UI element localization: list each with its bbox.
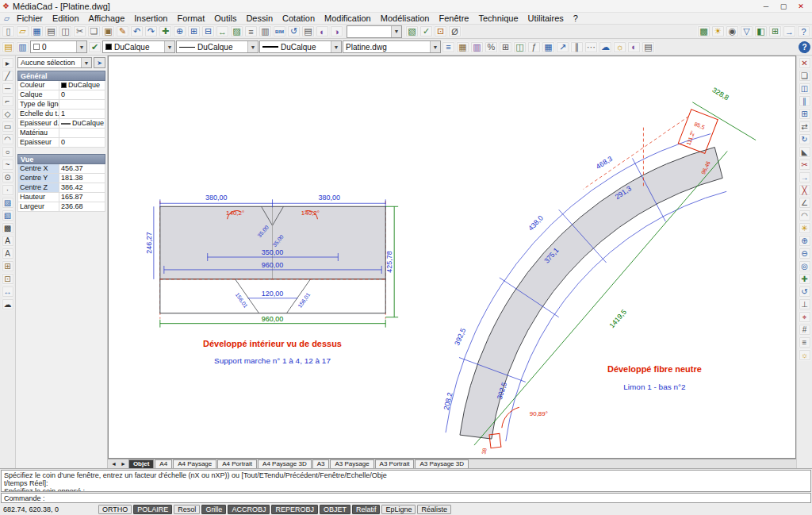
distance-icon[interactable]: ↔ bbox=[216, 25, 229, 37]
chevron-down-icon[interactable]: ▼ bbox=[430, 41, 440, 52]
toggle-objet[interactable]: OBJET bbox=[320, 505, 350, 514]
gradient-icon[interactable]: ▧ bbox=[2, 209, 14, 221]
pan-icon[interactable]: ✚ bbox=[159, 25, 172, 37]
help-icon[interactable]: ? bbox=[799, 41, 810, 53]
command-input[interactable]: Commande : bbox=[1, 493, 811, 503]
zoom-out-icon[interactable]: ⊖ bbox=[799, 248, 811, 259]
rectangle-icon[interactable]: ▭ bbox=[2, 121, 14, 133]
construction-line-icon[interactable]: ─ bbox=[2, 83, 14, 94]
trim-icon[interactable]: ✂ bbox=[799, 159, 811, 171]
sun-properties-icon[interactable]: ☼ bbox=[613, 41, 626, 53]
list-icon[interactable]: ≡ bbox=[244, 25, 258, 37]
minimize-button[interactable]: ─ bbox=[757, 1, 775, 12]
zoom-realtime-icon[interactable]: ⊕ bbox=[173, 25, 186, 37]
polyline-icon[interactable]: ⌐ bbox=[2, 95, 14, 107]
cut-icon[interactable]: ✂ bbox=[73, 25, 86, 37]
render-settings-icon[interactable]: ◐ bbox=[627, 41, 641, 53]
scale-icon[interactable]: ◣ bbox=[799, 146, 811, 158]
tab-a4-portrait[interactable]: A4 Portrait bbox=[217, 459, 257, 468]
circle-icon[interactable]: ○ bbox=[2, 146, 14, 158]
select-icon[interactable]: ▸ bbox=[2, 57, 14, 69]
selection-select[interactable]: Aucune sélection ▼ bbox=[17, 57, 92, 68]
block-editor-icon[interactable]: ⊡ bbox=[434, 25, 447, 37]
menu-item[interactable]: Modification bbox=[320, 13, 376, 23]
command-alias-select[interactable]: ▼ bbox=[347, 25, 402, 38]
sheet-set-icon[interactable]: ▧ bbox=[405, 25, 419, 37]
chevron-down-icon[interactable]: ▼ bbox=[81, 58, 91, 67]
osnap-icon[interactable]: ⌖ bbox=[799, 311, 811, 323]
tab-a4-paysage-3d[interactable]: A4 Paysage 3D bbox=[258, 459, 312, 468]
drawing-canvas[interactable]: 380,00 380,00 140,2° 140,2° 35,00 35,00 … bbox=[109, 56, 795, 458]
make-block-icon[interactable]: ⊡ bbox=[2, 273, 14, 285]
close-button[interactable]: ✕ bbox=[792, 1, 810, 12]
cloud-icon[interactable]: ☁ bbox=[2, 298, 14, 310]
views-icon[interactable]: ▤ bbox=[301, 25, 315, 37]
export-icon[interactable]: → bbox=[783, 25, 796, 37]
open-file-icon[interactable]: ▱ bbox=[16, 25, 29, 37]
menu-item[interactable]: Technique bbox=[473, 13, 523, 23]
toggle-epligne[interactable]: EpLigne bbox=[381, 505, 416, 514]
paste-icon[interactable]: ▣ bbox=[102, 25, 115, 37]
table-icon[interactable]: ▦ bbox=[542, 41, 555, 53]
toggle-realiste[interactable]: Réaliste bbox=[417, 505, 451, 514]
rotate-icon[interactable]: ↻ bbox=[799, 133, 811, 145]
settings-icon[interactable]: ☼ bbox=[799, 349, 811, 361]
print-preview-icon[interactable]: ◫ bbox=[59, 25, 72, 37]
orbit-3d-icon[interactable]: ↺ bbox=[799, 286, 811, 298]
menu-item[interactable]: Edition bbox=[48, 13, 84, 23]
new-sheet-icon[interactable]: ▩ bbox=[697, 25, 710, 37]
bim-icon[interactable]: BIM bbox=[273, 25, 286, 37]
spline-icon[interactable]: ~ bbox=[2, 159, 14, 171]
tab-a3-portrait[interactable]: A3 Portrait bbox=[375, 459, 415, 468]
leader-icon[interactable]: ↗ bbox=[556, 41, 569, 53]
region-icon[interactable]: ▩ bbox=[2, 222, 14, 234]
menu-item[interactable]: Modélisation bbox=[376, 13, 435, 23]
menu-item[interactable]: Fenêtre bbox=[435, 13, 474, 23]
markup-icon[interactable]: ✓ bbox=[419, 25, 433, 37]
toggle-reperobj[interactable]: REPEROBJ bbox=[271, 505, 318, 514]
grid-icon[interactable]: # bbox=[799, 324, 811, 336]
revcloud-icon[interactable]: ☁ bbox=[599, 41, 612, 53]
fillet-icon[interactable]: ◠ bbox=[799, 209, 811, 221]
zoom-window-icon[interactable]: ⊞ bbox=[187, 25, 201, 37]
layer-properties-icon[interactable]: ▤ bbox=[2, 41, 15, 53]
calculator-icon[interactable]: % bbox=[485, 41, 498, 53]
extend-icon[interactable]: → bbox=[799, 171, 811, 183]
toggle-resol[interactable]: Resol bbox=[174, 505, 200, 514]
tab-a3-paysage-3d[interactable]: A3 Paysage 3D bbox=[415, 459, 469, 468]
named-views-icon[interactable]: ▤ bbox=[642, 41, 655, 53]
menu-item[interactable]: Dessin bbox=[241, 13, 278, 23]
redo-icon[interactable]: ↷ bbox=[144, 25, 158, 37]
chevron-down-icon[interactable]: ▼ bbox=[331, 41, 341, 52]
print-icon[interactable]: ▤ bbox=[44, 25, 58, 37]
line-icon[interactable]: ╱ bbox=[2, 70, 14, 82]
menu-item[interactable]: Cotation bbox=[278, 13, 320, 23]
chamfer-icon[interactable]: ∠ bbox=[799, 197, 811, 209]
tab-nav-next[interactable]: ► bbox=[119, 459, 128, 468]
layers-icon[interactable]: ▥ bbox=[259, 25, 272, 37]
polygon-icon[interactable]: ◇ bbox=[2, 108, 14, 120]
multiline-icon[interactable]: ∥ bbox=[570, 41, 584, 53]
tab-a3[interactable]: A3 bbox=[312, 459, 330, 468]
maximize-button[interactable]: ▢ bbox=[775, 1, 792, 12]
erase-icon[interactable]: ✕ bbox=[799, 57, 811, 69]
image-icon[interactable]: ◫ bbox=[513, 41, 527, 53]
undo-icon[interactable]: ↶ bbox=[130, 25, 144, 37]
tab-a4-paysage[interactable]: A4 Paysage bbox=[173, 459, 216, 468]
help-topics-icon[interactable]: ? bbox=[797, 25, 810, 37]
break-icon[interactable]: ╳ bbox=[799, 184, 811, 196]
arc-icon[interactable]: ◠ bbox=[2, 133, 14, 145]
child-window-icon[interactable]: ▱ bbox=[2, 14, 12, 22]
toggle-relatif[interactable]: Relatif bbox=[352, 505, 381, 514]
properties-palette-icon[interactable]: ≡ bbox=[442, 41, 455, 53]
offset-icon[interactable]: ∥ bbox=[799, 95, 811, 107]
zoom-previous-icon[interactable]: ⊟ bbox=[201, 25, 215, 37]
tab-objet[interactable]: Objet bbox=[128, 459, 154, 468]
area-icon[interactable]: ▨ bbox=[230, 25, 243, 37]
menu-item[interactable]: Insertion bbox=[129, 13, 172, 23]
hatch-icon[interactable]: ▨ bbox=[2, 197, 14, 209]
mtext-icon[interactable]: A bbox=[2, 235, 14, 247]
make-layer-current-icon[interactable]: ✔ bbox=[88, 41, 102, 53]
tool-palettes-icon[interactable]: ▥ bbox=[470, 41, 484, 53]
dimension-icon[interactable]: ↔ bbox=[2, 286, 14, 298]
